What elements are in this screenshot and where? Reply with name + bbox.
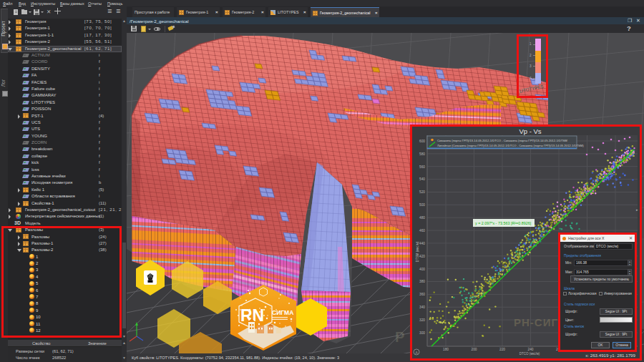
svg-text:480: 480 bbox=[419, 216, 425, 220]
svg-text:340: 340 bbox=[419, 305, 425, 309]
svg-text:220: 220 bbox=[499, 348, 505, 351]
svg-text:A: A bbox=[415, 351, 418, 355]
svg-text:460: 460 bbox=[419, 229, 425, 233]
svg-text:▸: ▸ bbox=[636, 207, 638, 212]
svg-text:440: 440 bbox=[419, 242, 425, 245]
svg-text:380: 380 bbox=[419, 280, 425, 283]
svg-text:Р: Р bbox=[395, 329, 404, 345]
svg-text:СИГМА: СИГМА bbox=[272, 309, 293, 316]
svg-text:420: 420 bbox=[419, 255, 425, 258]
svg-text:Vp - Vs: Vp - Vs bbox=[519, 127, 541, 135]
svg-text:400: 400 bbox=[419, 268, 425, 271]
svg-text:200: 200 bbox=[471, 348, 477, 351]
svg-text:500: 500 bbox=[419, 203, 425, 207]
svg-text:600: 600 bbox=[419, 140, 425, 143]
svg-text:180: 180 bbox=[443, 348, 449, 351]
svg-text:Линейная (Скважина (порты ГРП): Линейная (Скважина (порты ГРП)/13-14.05.… bbox=[437, 144, 584, 147]
svg-text:x: 263.4919 y1: 281.1799: x: 263.4919 y1: 281.1799 bbox=[585, 353, 635, 358]
svg-text:540: 540 bbox=[419, 177, 425, 181]
svg-text:560: 560 bbox=[419, 165, 425, 169]
svg-text:520: 520 bbox=[419, 190, 425, 194]
svg-text:360: 360 bbox=[419, 293, 425, 296]
svg-text:240: 240 bbox=[527, 348, 533, 351]
svg-text:320: 320 bbox=[419, 318, 425, 322]
svg-text:DTSM (мкс/м): DTSM (мкс/м) bbox=[416, 241, 419, 262]
svg-text:580: 580 bbox=[419, 152, 425, 156]
svg-text:300: 300 bbox=[419, 331, 425, 335]
svg-text:DTCO (мкс/м): DTCO (мкс/м) bbox=[519, 352, 540, 356]
svg-text:y = 2.097*x - 73.563 [R²=0.892: y = 2.097*x - 73.563 [R²=0.8926] bbox=[475, 221, 532, 225]
svg-text:Скважина (порты ГРП)/13-14.05.: Скважина (порты ГРП)/13-14.05.2012-1/DTC… bbox=[437, 139, 567, 142]
